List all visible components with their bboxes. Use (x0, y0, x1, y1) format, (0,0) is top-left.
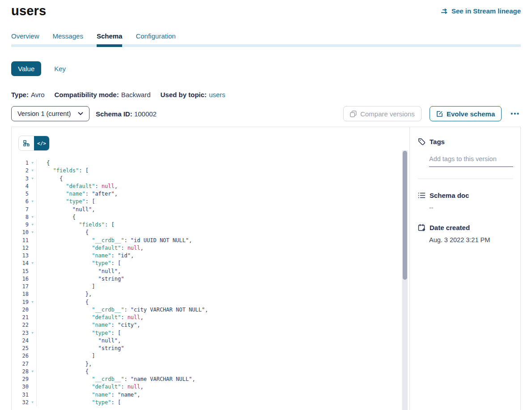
code-text: { (37, 229, 89, 236)
chevron-down-icon (78, 112, 83, 115)
code-view-button[interactable]: </> (34, 136, 49, 150)
add-tags-input[interactable] (429, 154, 513, 167)
controls-row: Version 1 (current) Schema ID: 100002 Co… (11, 106, 521, 121)
compatibility-value: Backward (121, 91, 151, 98)
code-text: "name": "after", (37, 190, 118, 198)
code-line: 29 "__crdb__": "name VARCHAR NULL", (12, 376, 409, 383)
line-number: 11 (12, 237, 29, 244)
compare-versions-button[interactable]: Compare versions (343, 106, 421, 121)
code-text: "type": [ (37, 399, 121, 406)
line-number: 10 (12, 229, 29, 236)
code-scrollbar-track[interactable] (402, 150, 408, 410)
fold-toggle-icon[interactable]: ▼ (29, 159, 37, 167)
line-number: 9 (12, 221, 29, 229)
fold-gutter (29, 345, 37, 352)
code-line: 30 "default": null, (12, 383, 409, 391)
code-text: "null", (37, 206, 95, 214)
fold-toggle-icon[interactable]: ▼ (29, 368, 37, 376)
line-number: 2 (12, 167, 29, 175)
evolve-schema-icon (436, 111, 443, 117)
code-line: 19▼ { (12, 299, 409, 306)
fold-toggle-icon[interactable]: ▼ (29, 229, 37, 236)
fold-gutter (29, 183, 37, 190)
evolve-schema-button[interactable]: Evolve schema (430, 106, 502, 121)
fold-toggle-icon[interactable]: ▼ (29, 329, 37, 337)
code-line: 32▼ "type": [ (12, 399, 409, 406)
code-text: "type": [ (37, 198, 95, 205)
fold-gutter (29, 190, 37, 198)
code-text: "string" (37, 275, 124, 283)
code-line: 12 "default": null, (12, 244, 409, 252)
schema-doc-section: Schema doc -- (418, 192, 513, 211)
line-number: 30 (12, 383, 29, 391)
value-key-toggle: Value Key (11, 61, 521, 76)
fold-toggle-icon[interactable]: ▼ (29, 221, 37, 229)
fold-gutter (29, 360, 37, 368)
fold-toggle-icon[interactable]: ▼ (29, 167, 37, 175)
topic-link[interactable]: users (209, 91, 226, 98)
schema-doc-title: Schema doc (430, 192, 469, 199)
fold-toggle-icon[interactable]: ▼ (29, 260, 37, 267)
stream-lineage-link[interactable]: See in Stream lineage (441, 7, 521, 15)
line-number: 3 (12, 175, 29, 183)
tags-title: Tags (430, 138, 445, 145)
code-text: "default": null, (37, 314, 144, 321)
code-line: 26 ] (12, 352, 409, 360)
code-text: "default": null, (37, 244, 144, 252)
code-text: "__crdb__": "id UUID NOT NULL", (37, 237, 192, 244)
code-line: 3▼ { (12, 175, 409, 183)
line-number: 13 (12, 252, 29, 260)
fold-toggle-icon[interactable]: ▼ (29, 175, 37, 183)
fold-gutter (29, 383, 37, 391)
fold-gutter (29, 206, 37, 214)
version-select[interactable]: Version 1 (current) (11, 106, 89, 121)
line-number: 24 (12, 337, 29, 345)
code-text: { (37, 175, 63, 183)
fold-toggle-icon[interactable]: ▼ (29, 214, 37, 221)
line-number: 1 (12, 159, 29, 167)
code-scrollbar-thumb[interactable] (403, 151, 407, 280)
line-number: 15 (12, 268, 29, 275)
code-text: "default": null, (37, 383, 144, 391)
code-line: 27 }, (12, 360, 409, 368)
more-actions-button[interactable]: ••• (510, 110, 521, 117)
schema-code-panel: </> 1▼{2▼ "fields": [3▼ {4 "default": nu… (12, 127, 409, 410)
code-line: 11 "__crdb__": "id UUID NOT NULL", (12, 237, 409, 244)
fold-gutter (29, 283, 37, 290)
schema-doc-header: Schema doc (418, 192, 513, 199)
compare-versions-icon (350, 111, 357, 117)
evolve-schema-label: Evolve schema (447, 110, 495, 118)
code-line: 23▼ "type": [ (12, 329, 409, 337)
code-text: }, (37, 360, 92, 368)
tag-icon (418, 138, 426, 145)
fold-toggle-icon[interactable]: ▼ (29, 198, 37, 205)
code-view-icon: </> (37, 141, 46, 146)
date-created-header: Date created (418, 224, 513, 231)
line-number: 27 (12, 360, 29, 368)
tab-schema[interactable]: Schema (97, 32, 123, 47)
calendar-plus-icon (418, 224, 426, 231)
code-line: 5 "name": "after", (12, 190, 409, 198)
tab-bar: Overview Messages Schema Configuration (11, 32, 521, 47)
fold-gutter (29, 391, 37, 399)
tree-view-button[interactable] (19, 136, 34, 150)
line-number: 28 (12, 368, 29, 376)
code-line: 7 "null", (12, 206, 409, 214)
schema-id-value: 100002 (134, 110, 157, 118)
code-lines: 1▼{2▼ "fields": [3▼ {4 "default": null,5… (12, 159, 409, 406)
value-button[interactable]: Value (11, 61, 41, 76)
fold-toggle-icon[interactable]: ▼ (29, 299, 37, 306)
code-text: "__crdb__": "name VARCHAR NULL", (37, 376, 195, 383)
list-icon (418, 192, 426, 199)
fold-gutter (29, 314, 37, 321)
fold-gutter (29, 290, 37, 298)
line-number: 4 (12, 183, 29, 190)
key-button[interactable]: Key (54, 65, 66, 73)
page-title: users (11, 4, 46, 18)
line-number: 14 (12, 260, 29, 267)
date-created-section: Date created Aug. 3 2022 3:21 PM (418, 224, 513, 243)
schema-detail-panel: </> 1▼{2▼ "fields": [3▼ {4 "default": nu… (11, 127, 521, 410)
fold-toggle-icon[interactable]: ▼ (29, 399, 37, 406)
tree-view-icon (23, 140, 30, 147)
code-line: 25 "string" (12, 345, 409, 352)
